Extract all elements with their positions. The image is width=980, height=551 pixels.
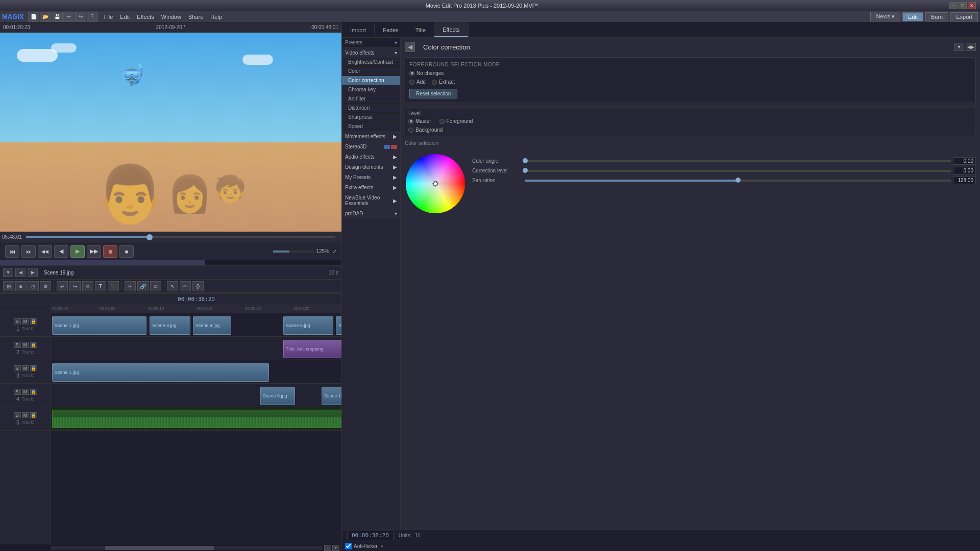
correction-level-slider[interactable] xyxy=(525,170,951,172)
export-button[interactable]: Export xyxy=(950,12,978,21)
menu-file[interactable]: File xyxy=(101,13,116,21)
track-4-s-button[interactable]: S xyxy=(14,389,21,395)
movement-effects-header[interactable]: Movement effects ▶ xyxy=(342,132,400,141)
menu-window[interactable]: Window xyxy=(158,13,184,21)
tab-title[interactable]: Title xyxy=(407,22,434,37)
clip-scene3[interactable]: Scene 3.jpg xyxy=(150,316,190,335)
color-wheel-container[interactable] xyxy=(405,153,466,214)
edit-button[interactable]: Edit xyxy=(902,12,923,21)
my-presets-header[interactable]: My Presets ▶ xyxy=(342,172,400,182)
undo-tl-button[interactable]: ↩ xyxy=(57,281,68,291)
video-effects-header[interactable]: Video effects ▾ xyxy=(342,48,400,58)
menu-help[interactable]: Help xyxy=(207,13,225,21)
track-3-lock-button[interactable]: 🔒 xyxy=(30,365,37,371)
color-angle-thumb[interactable] xyxy=(523,158,528,163)
maximize-button[interactable]: □ xyxy=(959,2,967,9)
level-foreground[interactable]: Foreground xyxy=(439,118,473,124)
track-2-s-button[interactable]: S xyxy=(14,342,21,348)
menu-effects[interactable]: Effects xyxy=(134,13,157,21)
track-5-s-button[interactable]: S xyxy=(14,412,21,418)
track-4-lock-button[interactable]: 🔒 xyxy=(30,389,37,395)
cut-button[interactable]: ⬛ xyxy=(108,281,119,291)
track-4-m-button[interactable]: M xyxy=(22,389,29,395)
clip-scene1[interactable]: Scene 1.jpg xyxy=(52,316,146,335)
clip-title-anti1[interactable]: Title: Anti cropping xyxy=(283,340,341,358)
nav-right-button[interactable]: ▶ xyxy=(28,268,38,277)
effect-sharpness[interactable]: Sharpness xyxy=(342,113,400,122)
track-1-lock-button[interactable]: 🔒 xyxy=(30,318,37,324)
clip-scene8[interactable]: ✕ xyxy=(336,316,341,335)
news-button[interactable]: News ▾ xyxy=(870,12,900,21)
record-button[interactable]: ⏺ xyxy=(103,245,117,258)
select-button[interactable]: ↖ xyxy=(167,281,178,291)
effect-speed[interactable]: Speed xyxy=(342,122,400,131)
reset-selection-button[interactable]: Reset selection xyxy=(409,89,457,98)
keyframe-button[interactable]: {} xyxy=(192,281,204,291)
stop-button[interactable]: ■ xyxy=(119,245,134,258)
track-5-lock-button[interactable]: 🔒 xyxy=(30,412,37,418)
timeline-view-button[interactable]: ≡ xyxy=(15,281,27,291)
track-2-lock-button[interactable]: 🔒 xyxy=(30,342,37,348)
play-button[interactable]: ▶ xyxy=(70,245,85,258)
progress-thumb[interactable] xyxy=(146,234,153,240)
back-button[interactable]: ◀ xyxy=(405,42,415,52)
timeline-progress-bar[interactable] xyxy=(26,236,335,238)
tab-import[interactable]: Import xyxy=(342,22,375,37)
saturation-slider[interactable] xyxy=(525,180,951,182)
track-3-s-button[interactable]: S xyxy=(14,365,21,371)
split-button[interactable]: ✂ xyxy=(125,281,136,291)
timeline-content[interactable]: Scene 1.jpg Scene 3.jpg Scene 4.jpg Scen… xyxy=(51,313,341,544)
stereo3d-header[interactable]: Stereo3D xyxy=(342,142,400,152)
settings-button[interactable]: ⚙ xyxy=(40,281,51,291)
anti-flicker-arrow[interactable]: ▾ xyxy=(381,544,383,549)
clip-scene15[interactable]: Scene 15.jpg xyxy=(322,387,341,405)
nav-down-button[interactable]: ▼ xyxy=(3,268,13,277)
go-start-button[interactable]: ⏮ xyxy=(5,245,19,258)
prodad-header[interactable]: proDAD ▾ xyxy=(342,209,400,218)
horizontal-scrollbar[interactable] xyxy=(51,546,322,550)
link-button[interactable]: 🔗 xyxy=(137,281,149,291)
radio-add[interactable]: Add xyxy=(409,79,426,85)
close-button[interactable]: ✕ xyxy=(968,2,976,9)
effect-color[interactable]: Color xyxy=(342,67,400,76)
tab-effects[interactable]: Effects xyxy=(434,22,468,37)
track-2-m-button[interactable]: M xyxy=(22,342,29,348)
multi-cam-button[interactable]: ⊡ xyxy=(28,281,39,291)
redo-tl-button[interactable]: ↪ xyxy=(69,281,81,291)
open-icon[interactable]: 📂 xyxy=(40,12,51,22)
text-tool-button[interactable]: T xyxy=(95,281,106,291)
undo-icon[interactable]: ↩ xyxy=(63,12,75,22)
color-angle-slider[interactable] xyxy=(525,160,951,162)
zoom-icon[interactable]: ⤢ xyxy=(332,248,336,254)
minimize-button[interactable]: − xyxy=(949,2,958,9)
rewind-button[interactable]: ◀ xyxy=(54,245,68,258)
radio-extract[interactable]: Extract xyxy=(432,79,455,85)
extra-effects-header[interactable]: Extra effects ▶ xyxy=(342,183,400,192)
effect-distortion[interactable]: Distortion xyxy=(342,104,400,113)
storyboard-view-button[interactable]: ⊞ xyxy=(3,281,14,291)
track-1-m-button[interactable]: M xyxy=(22,318,29,324)
new-icon[interactable]: 📄 xyxy=(28,12,39,22)
delete-button[interactable]: ✕ xyxy=(82,281,93,291)
clip-audio1[interactable]: Audio.mp3 xyxy=(52,410,341,428)
timeline-ruler[interactable]: 00:00:00 00:00:05 00:00:10 00:00:15 00:0… xyxy=(51,305,341,313)
level-master[interactable]: Master xyxy=(408,118,431,124)
cc-filter-button[interactable]: ▼ xyxy=(954,43,964,51)
newblue-header[interactable]: NewBlue Video Essentials ▶ xyxy=(342,193,400,208)
forward-button[interactable]: ▶▶ xyxy=(87,245,101,258)
saturation-thumb[interactable] xyxy=(736,178,741,183)
effect-chroma-key[interactable]: Chroma key xyxy=(342,85,400,94)
burn-button[interactable]: Burn xyxy=(925,12,948,21)
redo-icon[interactable]: ↪ xyxy=(75,12,86,22)
color-wheel-canvas[interactable] xyxy=(405,153,466,214)
group-button[interactable]: ⊂ xyxy=(150,281,161,291)
save-icon[interactable]: 💾 xyxy=(52,12,63,22)
scrollbar-thumb[interactable] xyxy=(105,546,213,550)
audio-effects-header[interactable]: Audio effects ▶ xyxy=(342,152,400,162)
track-1-s-button[interactable]: S xyxy=(14,318,21,324)
track-3-m-button[interactable]: M xyxy=(22,365,29,371)
clip-scene6[interactable]: Scene 6.jpg xyxy=(283,316,333,335)
scrub-bar[interactable]: 05:48:01 xyxy=(0,232,341,242)
effect-brightness[interactable]: Brightness/Contrast xyxy=(342,58,400,67)
cc-play-button[interactable]: ◀▶ xyxy=(966,43,976,51)
